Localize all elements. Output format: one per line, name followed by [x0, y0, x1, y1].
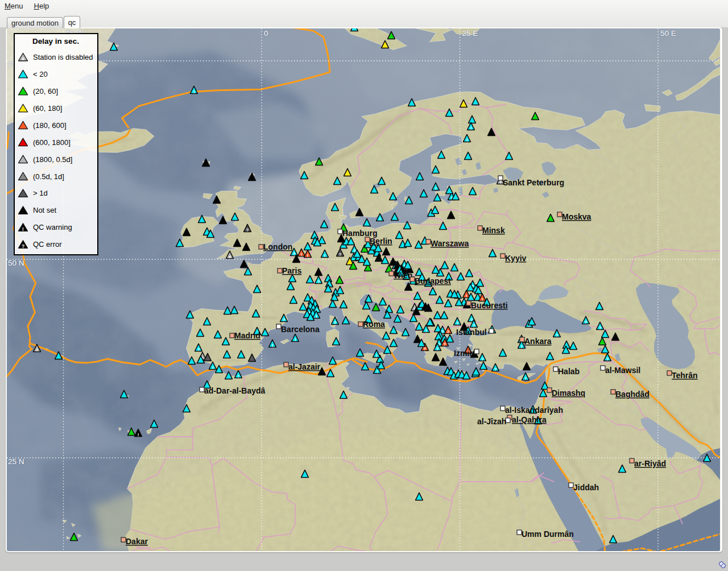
- svg-text:!: !: [470, 126, 472, 131]
- svg-text:?: ?: [317, 279, 320, 284]
- svg-text:London: London: [263, 242, 292, 251]
- svg-text:!: !: [466, 293, 468, 299]
- svg-text:?: ?: [481, 357, 484, 362]
- svg-text:Baghdâd: Baghdâd: [615, 390, 650, 399]
- svg-text:Jiddah: Jiddah: [573, 483, 599, 492]
- svg-text:!: !: [525, 376, 527, 381]
- svg-text:25 N: 25 N: [8, 457, 24, 466]
- svg-text:Not set: Not set: [33, 206, 57, 214]
- svg-text:> 1d: > 1d: [33, 189, 48, 197]
- svg-text:Moskva: Moskva: [562, 212, 592, 221]
- svg-text:50 E: 50 E: [660, 29, 676, 38]
- svg-text:?: ?: [447, 329, 450, 334]
- svg-text:Umm Durmân: Umm Durmân: [522, 529, 574, 539]
- svg-text:(60, 180]: (60, 180]: [33, 104, 62, 113]
- svg-text:ar-Riyâd: ar-Riyâd: [634, 459, 666, 468]
- svg-text:!: !: [193, 89, 195, 94]
- svg-text:!: !: [301, 252, 303, 257]
- svg-text:Istanbul: Istanbul: [456, 328, 487, 337]
- svg-text:al-Iskandarîyah: al-Iskandarîyah: [505, 406, 563, 415]
- svg-text:50 N: 50 N: [8, 259, 24, 267]
- svg-text:!: !: [238, 374, 239, 379]
- svg-text:Barcelona: Barcelona: [281, 325, 320, 334]
- svg-text:?: ?: [339, 252, 342, 257]
- svg-text:!: !: [521, 344, 523, 349]
- svg-text:?: ?: [293, 251, 296, 256]
- svg-text:Delay in sec.: Delay in sec.: [32, 37, 79, 45]
- svg-text:QC warning: QC warning: [33, 223, 72, 231]
- svg-text:(20, 60]: (20, 60]: [33, 87, 58, 96]
- svg-text:?: ?: [436, 346, 439, 351]
- svg-text:!: !: [466, 138, 468, 143]
- svg-text:al-Jazair: al-Jazair: [288, 362, 321, 371]
- svg-text:?: ?: [556, 333, 559, 338]
- svg-text:!: !: [295, 337, 296, 342]
- svg-text:?: ?: [334, 320, 337, 325]
- svg-text:Sankt Peterburg: Sankt Peterburg: [503, 178, 564, 187]
- svg-text:?: ?: [197, 347, 200, 352]
- svg-text:!: !: [435, 186, 437, 191]
- svg-text:!: !: [272, 343, 274, 348]
- svg-text:Dakar: Dakar: [126, 537, 148, 546]
- svg-text:Bucuresti: Bucuresti: [471, 301, 508, 310]
- svg-text:Halab: Halab: [558, 367, 580, 376]
- svg-text:!: !: [324, 253, 326, 258]
- svg-text:al-Qahira: al-Qahira: [512, 415, 547, 424]
- svg-text:x: x: [22, 56, 24, 61]
- svg-text:al-Jîzah: al-Jîzah: [477, 417, 506, 426]
- svg-text:?: ?: [606, 357, 609, 362]
- svg-text:!: !: [377, 369, 378, 374]
- svg-text:Madrid: Madrid: [234, 331, 260, 340]
- svg-text:!: !: [307, 253, 309, 258]
- svg-text:!: !: [379, 217, 381, 222]
- svg-text:!: !: [212, 365, 214, 370]
- svg-text:!: !: [138, 432, 139, 437]
- svg-text:!: !: [376, 353, 378, 358]
- svg-text:Berlin: Berlin: [370, 237, 392, 246]
- svg-text:!: !: [22, 226, 24, 232]
- svg-text:Warszawa: Warszawa: [431, 239, 469, 248]
- svg-text:25 E: 25 E: [462, 29, 478, 38]
- svg-text:!: !: [425, 328, 427, 333]
- svg-text:(180, 600]: (180, 600]: [33, 121, 67, 130]
- svg-text:< 20: < 20: [33, 70, 48, 78]
- svg-text:Budapest: Budapest: [415, 276, 451, 286]
- svg-text:Tehrân: Tehrân: [672, 371, 698, 380]
- svg-text:?: ?: [585, 320, 588, 325]
- svg-text:x: x: [229, 254, 231, 259]
- svg-text:?: ?: [22, 243, 24, 249]
- svg-text:(600, 1800]: (600, 1800]: [33, 138, 71, 147]
- svg-text:al-Mawsil: al-Mawsil: [605, 366, 640, 375]
- svg-text:?: ?: [456, 321, 459, 326]
- svg-text:Station is disabled: Station is disabled: [33, 53, 93, 61]
- svg-text:?: ?: [494, 367, 497, 372]
- svg-text:Roma: Roma: [363, 320, 385, 329]
- svg-text:(0.5d, 1d]: (0.5d, 1d]: [33, 172, 64, 181]
- svg-text:Dimashq: Dimashq: [552, 388, 585, 398]
- svg-text:?: ?: [246, 227, 249, 233]
- svg-text:Minsk: Minsk: [482, 226, 505, 235]
- svg-text:Ankara: Ankara: [524, 337, 552, 346]
- svg-text:?: ?: [444, 342, 446, 347]
- svg-text:!: !: [316, 314, 317, 319]
- svg-text:Paris: Paris: [282, 266, 301, 275]
- svg-text:ad-Dar-al-Baydâ: ad-Dar-al-Baydâ: [204, 386, 266, 395]
- svg-text:0: 0: [264, 29, 268, 38]
- svg-text:?: ?: [283, 317, 286, 322]
- svg-text:Izmir: Izmir: [454, 349, 473, 358]
- svg-text:Kyyiv: Kyyiv: [505, 254, 527, 263]
- svg-text:!: !: [36, 347, 38, 353]
- svg-text:?: ?: [599, 325, 602, 330]
- svg-text:QC error: QC error: [33, 240, 62, 249]
- svg-text:(1800, 0.5d]: (1800, 0.5d]: [33, 155, 72, 164]
